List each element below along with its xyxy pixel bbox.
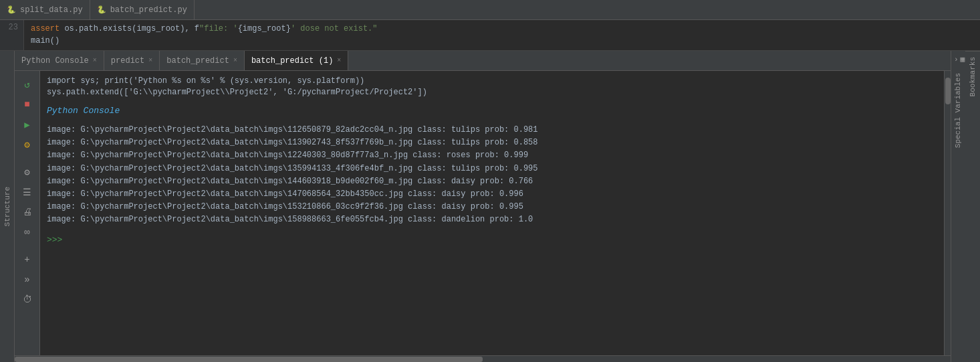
top-tab-batch-predict[interactable]: 🐍 batch_predict.py — [90, 0, 195, 19]
top-file-tabs: 🐍 split_data.py 🐍 batch_predict.py — [0, 0, 980, 20]
stop-button[interactable]: ■ — [18, 95, 37, 114]
rerun-button[interactable]: ↺ — [18, 75, 37, 94]
add-button[interactable]: + — [18, 250, 37, 269]
prompt-line: >>> — [47, 235, 937, 245]
console-tabs: Python Console × predict × batch_predict… — [15, 51, 951, 71]
bottom-scrollbar[interactable] — [15, 355, 951, 362]
bookmarks-label: Bookmarks — [966, 52, 979, 102]
settings-button[interactable]: ⚙ — [18, 163, 37, 181]
console-output[interactable]: import sys; print('Python %s on %s' % (s… — [40, 71, 944, 355]
python-file-icon-2: 🐍 — [97, 5, 106, 14]
editor-strip: 23 assert os.path.exists(imgs_root), f"f… — [0, 20, 980, 51]
output-block: image: G:\pycharmProject\Project2\data_b… — [47, 124, 937, 227]
output-line-5: image: G:\pycharmProject\Project2\data_b… — [47, 175, 937, 188]
console-header-label: Python Console — [47, 106, 937, 116]
skip-button[interactable]: » — [18, 270, 37, 289]
toolbar-group-run: ↺ ■ ▶ ⚙ — [18, 75, 37, 154]
line-numbers: 23 — [0, 20, 24, 50]
console-tab-batch-predict-close[interactable]: × — [233, 57, 237, 64]
grid-icon: ▦ — [961, 55, 965, 64]
special-variables-label: Special Variables — [951, 68, 965, 153]
toolbar: ↺ ■ ▶ ⚙ ⚙ ☰ 🖨 ∞ + » ⏱ — [15, 71, 40, 355]
editor-code: assert os.path.exists(imgs_root), f"file… — [24, 20, 384, 50]
keyword-assert: assert — [31, 24, 64, 33]
run-button[interactable]: ▶ — [18, 115, 37, 134]
console-tab-predict-label: predict — [111, 56, 144, 66]
structure-panel[interactable]: Structure — [0, 51, 15, 362]
console-scrollbar[interactable] — [944, 71, 951, 355]
main-layout: Structure Python Console × predict × bat… — [0, 51, 980, 362]
line-number-24 — [5, 32, 18, 41]
infinite-button[interactable]: ∞ — [18, 223, 37, 242]
output-line-4: image: G:\pycharmProject\Project2\data_b… — [47, 163, 937, 175]
console-tab-batch-predict-1[interactable]: batch_predict (1) × — [245, 51, 348, 70]
console-tab-python[interactable]: Python Console × — [15, 51, 104, 70]
debug-button[interactable]: ⚙ — [18, 135, 37, 154]
output-line-2: image: G:\pycharmProject\Project2\data_b… — [47, 137, 937, 149]
print-button[interactable]: 🖨 — [18, 203, 37, 221]
bottom-scrollbar-track — [15, 357, 951, 362]
code-text-2: main() — [31, 36, 59, 46]
output-line-8: image: G:\pycharmProject\Project2\data_b… — [47, 213, 937, 226]
line-number-23: 23 — [5, 23, 18, 32]
console-tab-predict-close[interactable]: × — [148, 57, 152, 64]
output-line-7: image: G:\pycharmProject\Project2\data_b… — [47, 201, 937, 213]
console-tab-predict[interactable]: predict × — [104, 51, 160, 70]
top-tab-split-data[interactable]: 🐍 split_data.py — [0, 0, 90, 19]
output-line-3: image: G:\pycharmProject\Project2\data_b… — [47, 149, 937, 162]
console-tab-batch-predict-1-close[interactable]: × — [337, 57, 341, 64]
chevron-right-icon: › — [954, 56, 959, 64]
console-tab-batch-predict-label: batch_predict — [166, 56, 229, 66]
top-tab-split-data-label: split_data.py — [20, 5, 83, 15]
code-line-2: main() — [31, 35, 378, 47]
bottom-scrollbar-thumb[interactable] — [15, 357, 483, 362]
top-tab-batch-predict-label: batch_predict.py — [110, 5, 187, 15]
python-file-icon: 🐍 — [7, 5, 16, 14]
console-input-2: sys.path.extend(['G:\\pycharmProject\\Pr… — [47, 88, 937, 97]
console-area: Python Console × predict × batch_predict… — [15, 51, 951, 362]
code-text-1: os.path.exists(imgs_root), f"file: '{img… — [64, 24, 377, 33]
console-body: ↺ ■ ▶ ⚙ ⚙ ☰ 🖨 ∞ + » ⏱ — [15, 71, 951, 355]
right-panel[interactable]: › ▦ Special Variables — [951, 51, 965, 362]
code-line-1: assert os.path.exists(imgs_root), f"file… — [31, 23, 378, 35]
console-tab-python-close[interactable]: × — [93, 57, 97, 64]
bookmarks-panel[interactable]: Bookmarks — [965, 51, 980, 362]
toolbar-group-extra: + » ⏱ — [18, 250, 37, 309]
console-tab-batch-predict-1-label: batch_predict (1) — [251, 56, 333, 66]
clock-button[interactable]: ⏱ — [18, 290, 37, 309]
toolbar-group-tools: ⚙ ☰ 🖨 ∞ — [18, 163, 37, 242]
list-button[interactable]: ☰ — [18, 183, 37, 201]
output-line-6: image: G:\pycharmProject\Project2\data_b… — [47, 188, 937, 201]
console-input-1: import sys; print('Python %s on %s' % (s… — [47, 76, 937, 86]
right-panel-header[interactable]: › ▦ — [951, 51, 965, 68]
structure-label: Structure — [3, 187, 11, 226]
console-tab-python-label: Python Console — [21, 56, 89, 66]
console-scrollbar-thumb[interactable] — [945, 78, 951, 104]
console-tab-batch-predict[interactable]: batch_predict × — [160, 51, 245, 70]
output-line-1: image: G:\pycharmProject\Project2\data_b… — [47, 124, 937, 137]
